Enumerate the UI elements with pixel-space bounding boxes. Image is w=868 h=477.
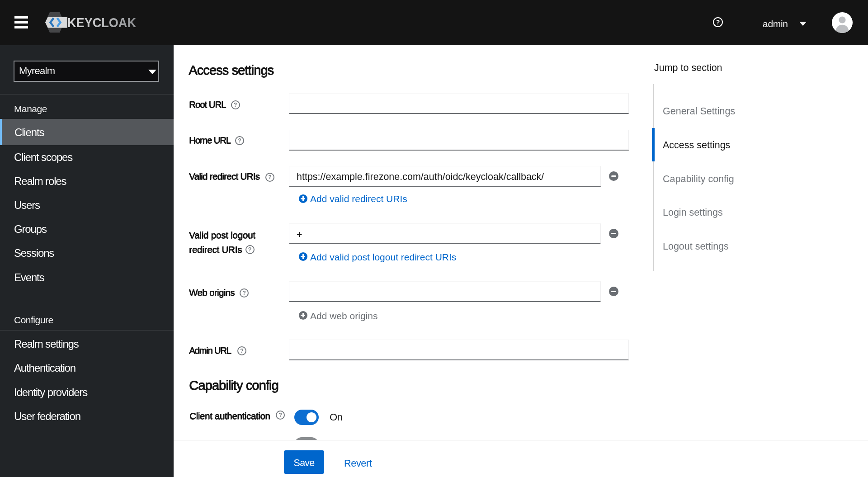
svg-text:KEYCLOAK: KEYCLOAK	[67, 15, 136, 30]
